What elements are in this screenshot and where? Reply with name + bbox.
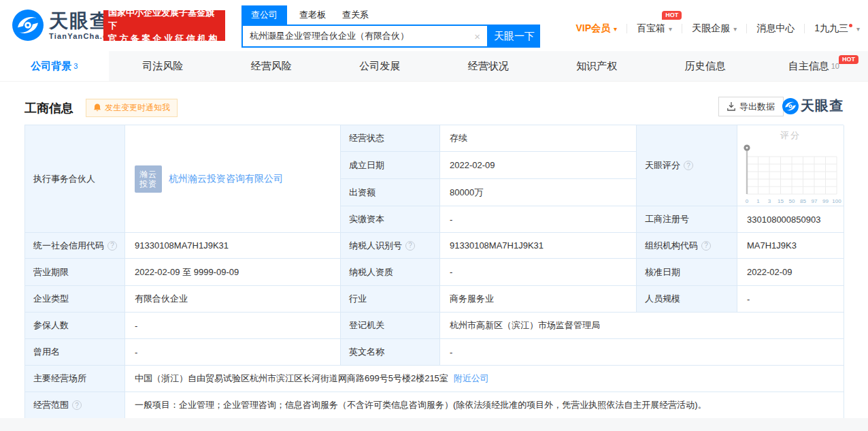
chevron-down-icon: ▾ bbox=[733, 25, 737, 33]
partner-company-link[interactable]: 杭州瀚云投资咨询有限公司 bbox=[169, 173, 283, 185]
chevron-down-icon: ▾ bbox=[669, 25, 672, 33]
label-business-address: 主要经营场所 bbox=[25, 366, 125, 392]
help-icon[interactable]: ? bbox=[684, 161, 693, 170]
vip-label: VIP会员 bbox=[576, 22, 611, 35]
tab-operational-risk[interactable]: 经营风险 bbox=[217, 51, 326, 81]
tab-label: 司法风险 bbox=[142, 60, 183, 73]
chevron-down-icon: ▾ bbox=[856, 25, 860, 33]
score-chart-title: 评分 bbox=[780, 129, 801, 142]
tab-label: 知识产权 bbox=[576, 60, 617, 73]
message-center-menu-item[interactable]: 消息中心 bbox=[756, 22, 795, 35]
avatar-text: 瀚云 bbox=[139, 170, 157, 179]
search-area: 查公司 查老板 查关系 × 天眼一下 bbox=[241, 7, 540, 48]
help-icon[interactable]: ? bbox=[72, 400, 82, 410]
gov-certification-badge: 国家中小企业发展子基金旗下 官方备案企业征信机构 bbox=[103, 10, 225, 41]
search-tab-boss[interactable]: 查老板 bbox=[299, 9, 326, 25]
tab-label: 经营风险 bbox=[251, 60, 292, 73]
user-account-menu-item[interactable]: 1九九三 ▾ bbox=[814, 22, 860, 35]
tab-label: 公司发展 bbox=[359, 60, 400, 73]
value-executive-partner: 瀚云 投资 杭州瀚云投资咨询有限公司 bbox=[125, 125, 341, 233]
svg-text:50: 50 bbox=[789, 198, 795, 204]
tab-company-background[interactable]: 公司背景 3 bbox=[0, 51, 109, 81]
clear-icon[interactable]: × bbox=[473, 31, 482, 42]
notification-dot bbox=[849, 24, 852, 27]
value-english-name: - bbox=[440, 339, 844, 366]
search-tab-company[interactable]: 查公司 bbox=[241, 5, 287, 25]
tab-judicial-risk[interactable]: 司法风险 bbox=[109, 51, 218, 81]
section-header: 工商信息 发生变更时通知我 bbox=[24, 99, 178, 117]
toolbox-menu-item[interactable]: HOT 百宝箱 ▾ bbox=[637, 22, 672, 35]
toolbox-label: 百宝箱 bbox=[637, 22, 665, 35]
value-taxpayer-id: 91330108MA7H1J9K31 bbox=[440, 233, 637, 259]
enterprise-services-menu-item[interactable]: 天眼企服 ▾ bbox=[692, 22, 737, 35]
business-info-table: 执行事务合伙人 瀚云 投资 杭州瀚云投资咨询有限公司 经营状态 存续 成立日期 … bbox=[24, 125, 844, 419]
svg-text:100: 100 bbox=[832, 198, 841, 204]
label-credit-code: 统一社会信用代码? bbox=[25, 233, 125, 259]
nearby-companies-link[interactable]: 附近公司 bbox=[454, 372, 489, 385]
svg-text:0: 0 bbox=[746, 198, 749, 204]
tab-history-info[interactable]: 历史信息 bbox=[651, 51, 760, 81]
label-org-code: 组织机构代码? bbox=[637, 233, 737, 259]
search-box: × 天眼一下 bbox=[241, 25, 540, 48]
menu-divider bbox=[746, 24, 747, 33]
value-registration-authority: 杭州市高新区（滨江）市场监督管理局 bbox=[440, 313, 844, 339]
value-business-status: 存续 bbox=[440, 125, 637, 152]
partner-avatar[interactable]: 瀚云 投资 bbox=[135, 165, 162, 193]
business-address-text: 中国（浙江）自由贸易试验区杭州市滨江区长河街道网商路699号5号楼2楼215室 bbox=[135, 372, 448, 385]
search-input-wrapper: × bbox=[241, 25, 488, 48]
value-org-code: MA7H1J9K3 bbox=[737, 233, 844, 259]
company-nav-tabbar: 公司背景 3 司法风险 经营风险 公司发展 经营状况 知识产权 历史信息 自主信… bbox=[0, 51, 868, 82]
value-credit-code: 91330108MA7H1J9K31 bbox=[125, 233, 341, 259]
svg-text:1: 1 bbox=[756, 198, 760, 204]
message-center-label: 消息中心 bbox=[756, 22, 795, 35]
score-axis-ticks: 0 1 3 15 50 85 97 99 100 bbox=[746, 198, 841, 204]
bell-icon bbox=[93, 103, 101, 112]
tab-label: 公司背景 bbox=[31, 60, 71, 73]
top-header: 天眼查 TianYanCha.com 国家中小企业发展子基金旗下 官方备案企业征… bbox=[0, 0, 868, 51]
tab-company-development[interactable]: 公司发展 bbox=[326, 51, 435, 81]
value-paid-in-capital: - bbox=[440, 206, 637, 233]
hot-badge: HOT bbox=[662, 11, 682, 20]
tab-self-published-info[interactable]: 自主信息 10 HOT bbox=[760, 51, 868, 81]
value-registration-no: 330108000850903 bbox=[737, 206, 844, 233]
label-company-type: 企业类型 bbox=[25, 286, 125, 313]
help-icon[interactable]: ? bbox=[107, 241, 117, 251]
help-icon[interactable]: ? bbox=[405, 241, 415, 251]
label-paid-in-capital: 实缴资本 bbox=[341, 206, 440, 233]
notify-on-change-button[interactable]: 发生变更时通知我 bbox=[86, 99, 178, 117]
value-business-scope: 一般项目：企业管理；企业管理咨询；信息咨询服务（不含许可类信息咨询服务）(除依法… bbox=[125, 392, 844, 419]
page-bottom-strip bbox=[0, 418, 868, 431]
chevron-down-icon: ▾ bbox=[614, 25, 617, 33]
label-english-name: 英文名称 bbox=[341, 339, 440, 366]
enterprise-services-label: 天眼企服 bbox=[692, 22, 730, 35]
value-company-type: 有限合伙企业 bbox=[125, 286, 341, 313]
svg-text:3: 3 bbox=[768, 198, 771, 204]
menu-divider bbox=[627, 24, 627, 33]
label-taxpayer-qualification: 纳税人资质 bbox=[341, 259, 440, 286]
vip-menu-item[interactable]: VIP会员 ▾ bbox=[576, 22, 618, 35]
section-title: 工商信息 bbox=[24, 100, 73, 116]
label-business-status: 经营状态 bbox=[341, 125, 440, 152]
value-tianyan-score-chart: 评分 0 1 3 15 50 85 97 99 100 bbox=[737, 125, 844, 206]
help-icon[interactable]: ? bbox=[701, 241, 711, 251]
gov-badge-line2: 官方备案企业征信机构 bbox=[108, 32, 220, 45]
main-content: 工商信息 发生变更时通知我 导出数据 天眼查 执行事务合伙人 bbox=[0, 82, 868, 431]
username: 1九九三 bbox=[814, 22, 848, 35]
svg-text:97: 97 bbox=[812, 198, 818, 204]
tab-intellectual-property[interactable]: 知识产权 bbox=[543, 51, 652, 81]
search-input[interactable] bbox=[250, 31, 473, 42]
value-business-address: 中国（浙江）自由贸易试验区杭州市滨江区长河街道网商路699号5号楼2楼215室 … bbox=[125, 366, 844, 392]
tab-operating-status[interactable]: 经营状况 bbox=[434, 51, 543, 81]
export-data-button[interactable]: 导出数据 bbox=[718, 97, 784, 116]
search-tab-relation[interactable]: 查关系 bbox=[342, 9, 369, 25]
svg-text:85: 85 bbox=[800, 198, 806, 204]
value-former-name: - bbox=[125, 339, 341, 366]
search-button[interactable]: 天眼一下 bbox=[488, 25, 540, 48]
label-industry: 行业 bbox=[341, 286, 440, 313]
tianyancha-logo-icon bbox=[12, 10, 44, 41]
watermark-text: 天眼查 bbox=[801, 97, 844, 115]
label-registration-authority: 登记机关 bbox=[341, 313, 440, 339]
menu-divider bbox=[804, 24, 805, 33]
label-tianyan-score: 天眼评分 ? bbox=[637, 125, 737, 206]
label-contribution: 出资额 bbox=[341, 179, 440, 206]
